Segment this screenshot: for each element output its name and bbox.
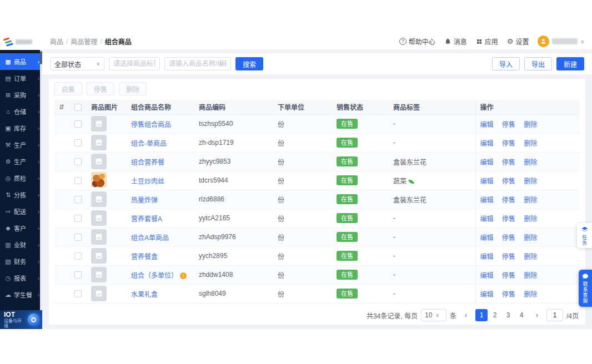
expand-all-icon[interactable]: ⇵ — [59, 103, 64, 111]
stop-sale-link[interactable]: 停售 — [502, 159, 515, 166]
stop-sale-link[interactable]: 停售 — [502, 291, 515, 299]
contact-service-button[interactable]: 联系客服 — [579, 270, 592, 307]
sidebar-item-inventory[interactable]: ▣ 库存 › — [0, 120, 42, 136]
status-select[interactable]: 全部状态 ∨ — [50, 57, 104, 70]
delete-link[interactable]: 删除 — [524, 159, 537, 166]
product-name-link[interactable]: 组合营养餐 — [131, 159, 164, 166]
import-button[interactable]: 导入 — [492, 57, 520, 70]
page-button[interactable]: 4 — [515, 309, 528, 321]
bulk-action-button[interactable]: 停售 — [87, 82, 114, 95]
messages-button[interactable]: 消息 — [444, 37, 467, 46]
delete-link[interactable]: 删除 — [524, 234, 537, 242]
breadcrumb-item[interactable]: 商品管理 — [71, 37, 97, 46]
create-button[interactable]: 新建 — [556, 57, 584, 70]
iot-panel[interactable]: IOT 设备与环境 — [0, 310, 42, 329]
row-checkbox[interactable] — [74, 158, 82, 165]
page-button[interactable]: 3 — [502, 309, 514, 321]
bulk-action-button[interactable]: 启售 — [54, 82, 82, 95]
apps-button[interactable]: 应用 — [476, 37, 498, 46]
product-name-link[interactable]: 水果礼盒 — [131, 291, 158, 299]
row-checkbox[interactable] — [74, 290, 82, 297]
tag-filter-input[interactable] — [109, 57, 160, 70]
product-name-link[interactable]: 营养套餐A — [131, 215, 162, 223]
help-center-button[interactable]: ? 帮助中心 — [399, 37, 435, 46]
sidebar-scrollbar-thumb[interactable] — [40, 51, 42, 64]
product-photo[interactable] — [91, 172, 107, 188]
product-name-link[interactable]: 热量炸弹 — [131, 196, 158, 204]
export-button[interactable]: 导出 — [524, 57, 552, 70]
edit-link[interactable]: 编辑 — [480, 178, 494, 185]
edit-link[interactable]: 编辑 — [480, 272, 494, 280]
task-float-button[interactable]: 任务 — [577, 223, 592, 248]
delete-link[interactable]: 删除 — [524, 215, 537, 223]
sidebar-item-student-meal[interactable]: ☁ 学生餐 › — [0, 286, 42, 303]
stop-sale-link[interactable]: 停售 — [502, 140, 515, 148]
page-size-select[interactable]: 10 ∨ — [421, 309, 446, 321]
edit-link[interactable]: 编辑 — [480, 196, 494, 204]
app-logo[interactable] — [0, 33, 42, 50]
sidebar-scrollbar[interactable] — [40, 50, 42, 310]
edit-link[interactable]: 编辑 — [480, 159, 494, 166]
delete-link[interactable]: 删除 — [524, 178, 537, 185]
product-name-link[interactable]: 土豆炒肉丝 — [131, 178, 164, 185]
stop-sale-link[interactable]: 停售 — [502, 215, 515, 223]
prev-page-button[interactable]: ‹ — [460, 309, 472, 321]
stop-sale-link[interactable]: 停售 — [502, 178, 515, 185]
row-checkbox[interactable] — [74, 271, 82, 279]
page-button[interactable]: 1 — [475, 309, 488, 321]
edit-link[interactable]: 编辑 — [480, 291, 494, 299]
sidebar-item-warehouse[interactable]: ⌂ 仓储 › — [0, 103, 42, 120]
keyword-search-input[interactable] — [164, 57, 231, 70]
edit-link[interactable]: 编辑 — [480, 140, 494, 148]
product-name-link[interactable]: 营养餐盒 — [131, 253, 158, 261]
sidebar-item-production[interactable]: ⚒ 生产 › — [0, 136, 42, 153]
info-icon[interactable]: ! — [180, 272, 187, 279]
delete-link[interactable]: 删除 — [524, 121, 537, 129]
row-checkbox[interactable] — [74, 177, 82, 184]
product-name-link[interactable]: 组合（多单位） — [131, 272, 178, 280]
delete-link[interactable]: 删除 — [524, 196, 537, 204]
user-menu[interactable]: ∨ — [538, 36, 584, 47]
stop-sale-link[interactable]: 停售 — [502, 272, 515, 280]
sidebar-item-production2[interactable]: ⚙ 生产 › — [0, 153, 42, 170]
row-checkbox[interactable] — [74, 234, 82, 241]
edit-link[interactable]: 编辑 — [480, 215, 494, 223]
sidebar-item-delivery[interactable]: ⇨ 配送 › — [0, 203, 42, 220]
sidebar-item-quality[interactable]: ◎ 质检 › — [0, 170, 42, 186]
product-name-link[interactable]: 停售组合商品 — [131, 121, 171, 129]
stop-sale-link[interactable]: 停售 — [502, 253, 515, 261]
page-button[interactable]: 2 — [489, 309, 501, 321]
search-button[interactable]: 搜索 — [235, 57, 263, 70]
iot-device-icon[interactable] — [28, 314, 39, 326]
stop-sale-link[interactable]: 停售 — [502, 234, 515, 242]
edit-link[interactable]: 编辑 — [480, 253, 494, 261]
sidebar-item-finance[interactable]: ▧ 财务 › — [0, 253, 42, 270]
stop-sale-link[interactable]: 停售 — [502, 196, 515, 204]
sidebar-item-sorting[interactable]: ⇅ 分拣 › — [0, 186, 42, 203]
select-all-checkbox[interactable] — [74, 104, 82, 111]
row-checkbox[interactable] — [74, 252, 82, 260]
product-name-link[interactable]: 组合A单商品 — [131, 234, 169, 242]
bulk-action-button[interactable]: 删除 — [119, 82, 147, 95]
sidebar-item-customers[interactable]: ☻ 客户 › — [0, 220, 42, 236]
row-checkbox[interactable] — [74, 139, 82, 146]
delete-link[interactable]: 删除 — [524, 291, 537, 299]
sidebar-item-procurement[interactable]: ⊞ 采购 › — [0, 87, 42, 103]
sidebar-item-orders[interactable]: ▤ 订单 › — [0, 70, 42, 87]
edit-link[interactable]: 编辑 — [480, 234, 494, 242]
row-checkbox[interactable] — [74, 215, 82, 222]
edit-link[interactable]: 编辑 — [480, 121, 494, 129]
delete-link[interactable]: 删除 — [524, 140, 537, 148]
sidebar-item-biz-finance[interactable]: ▥ 业财 › — [0, 236, 42, 253]
product-name-link[interactable]: 组合-单商品 — [131, 140, 167, 148]
page-jump-input[interactable] — [546, 309, 563, 321]
settings-button[interactable]: ⚙ 设置 — [507, 37, 529, 46]
delete-link[interactable]: 删除 — [524, 253, 537, 261]
delete-link[interactable]: 删除 — [524, 272, 537, 280]
row-checkbox[interactable] — [74, 196, 82, 203]
row-checkbox[interactable] — [74, 120, 82, 128]
sidebar-item-goods[interactable]: ▦ 商品 › — [0, 53, 42, 70]
breadcrumb-item[interactable]: 商品 — [50, 37, 63, 46]
sidebar-item-reports[interactable]: ◷ 报表 › — [0, 270, 42, 286]
next-page-button[interactable]: › — [531, 309, 543, 321]
